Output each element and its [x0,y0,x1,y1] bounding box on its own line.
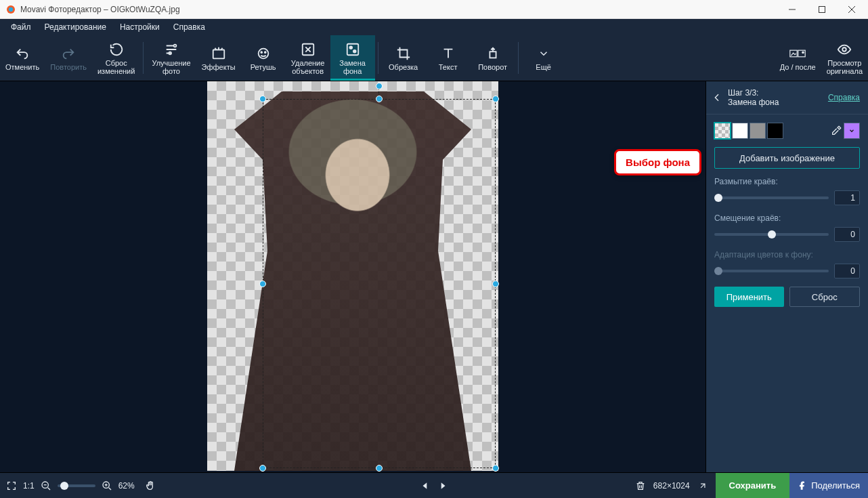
zoom-in-button[interactable] [101,480,113,492]
background-change-button[interactable]: Замена фона [330,35,375,81]
resize-handle[interactable] [492,281,499,287]
window-maximize-button[interactable] [807,0,837,19]
effects-icon [211,45,227,62]
reset-icon [108,41,125,58]
enhance-button[interactable]: Улучшение фото [146,35,196,81]
crop-icon [395,45,412,62]
redo-icon [60,45,77,62]
canvas-area[interactable]: Выбор фона [0,81,706,472]
reset-changes-button[interactable]: Сброс изменений [92,35,140,81]
resize-handle[interactable] [259,465,266,472]
svg-point-11 [264,51,265,53]
rotate-handle[interactable] [376,83,383,89]
window-minimize-button[interactable] [777,0,807,19]
zoom-percent-label: 62% [118,481,135,491]
compare-icon [789,45,806,62]
object-removal-button[interactable]: Удаление объектов [286,35,330,81]
resize-handle[interactable] [492,96,499,102]
background-icon [345,41,361,58]
next-image-button[interactable] [437,480,449,492]
color-adapt-slider [714,270,829,272]
image-canvas[interactable] [207,81,498,471]
zoom-slider[interactable] [58,484,95,487]
resize-handle[interactable] [376,96,383,102]
edge-blur-slider[interactable] [714,196,829,199]
swatch-black[interactable] [767,123,783,139]
panel-step-title: Шаг 3/3: Замена фона [728,88,828,107]
zoom-ratio-label[interactable]: 1:1 [23,481,35,491]
svg-point-15 [353,49,356,52]
zoom-out-button[interactable] [40,480,52,492]
share-button[interactable]: Поделиться [789,473,868,498]
dimensions-label: 682×1024 [653,481,690,491]
svg-rect-3 [819,6,825,12]
main-toolbar: Отменить Повторить Сброс изменений Улучш… [0,35,868,81]
eyedropper-button[interactable] [829,123,844,138]
add-image-button[interactable]: Добавить изображение [714,147,860,169]
color-adapt-param: Адаптация цветов к фону: 0 [714,250,860,278]
pan-hand-button[interactable] [144,480,156,492]
more-button[interactable]: Ещё [521,35,566,81]
apply-button[interactable]: Применить [714,287,784,307]
redo-button[interactable]: Повторить [45,35,92,81]
eye-icon [836,41,852,58]
export-icon[interactable] [697,480,709,492]
before-after-button[interactable]: До / после [775,35,821,81]
edge-blur-value[interactable]: 1 [834,190,860,205]
resize-handle[interactable] [492,465,499,472]
color-picker-button[interactable] [844,123,860,139]
edge-shift-param: Смещение краёв: 0 [714,213,860,242]
svg-point-9 [258,48,268,58]
swatch-gray[interactable] [750,123,766,139]
panel-help-link[interactable]: Справка [828,93,860,102]
svg-point-6 [174,44,177,47]
erase-icon [300,41,316,58]
swatch-transparent[interactable] [714,123,731,139]
edge-shift-slider[interactable] [714,233,829,236]
retouch-icon [255,45,272,62]
text-icon [440,45,456,62]
svg-point-10 [261,51,262,53]
edge-shift-value[interactable]: 0 [834,227,860,242]
svg-rect-8 [213,49,224,58]
resize-handle[interactable] [259,96,266,102]
menu-edit[interactable]: Редактирование [38,20,113,34]
window-close-button[interactable] [837,0,867,19]
annotation-callout: Выбор фона [614,149,701,175]
svg-rect-18 [798,50,805,57]
svg-rect-16 [490,51,496,58]
color-adapt-value: 0 [834,264,860,278]
window-title: Movavi Фоторедактор – OIGkOtWuZQA.jpg [20,5,777,14]
svg-point-19 [802,51,804,53]
svg-point-14 [349,46,352,49]
retouch-button[interactable]: Ретушь [241,35,286,81]
background-swatches [714,123,860,139]
text-button[interactable]: Текст [426,35,471,81]
view-original-button[interactable]: Просмотр оригинала [821,35,868,81]
crop-button[interactable]: Обрезка [381,35,426,81]
resize-handle[interactable] [376,465,383,472]
back-button[interactable] [712,92,728,103]
edge-blur-param: Размытие краёв: 1 [714,177,860,205]
delete-button[interactable] [634,480,647,492]
undo-button[interactable]: Отменить [0,35,45,81]
save-button[interactable]: Сохранить [716,473,790,498]
swatch-white[interactable] [732,123,748,139]
fullscreen-button[interactable] [5,480,18,492]
rotate-icon [485,45,501,62]
panel-reset-button[interactable]: Сброс [789,287,861,307]
menu-help[interactable]: Справка [167,20,212,34]
window-titlebar: Movavi Фоторедактор – OIGkOtWuZQA.jpg [0,0,868,19]
rotate-button[interactable]: Поворот [471,35,515,81]
app-icon [5,4,16,15]
selection-box[interactable] [263,99,496,468]
svg-rect-13 [347,43,358,55]
resize-handle[interactable] [259,281,266,287]
menu-file[interactable]: Файл [4,20,38,34]
effects-button[interactable]: Эффекты [196,35,241,81]
prev-image-button[interactable] [419,480,431,492]
svg-point-1 [9,7,13,11]
enhance-icon [163,41,179,58]
facebook-icon [798,481,807,491]
menu-settings[interactable]: Настройки [113,20,167,34]
